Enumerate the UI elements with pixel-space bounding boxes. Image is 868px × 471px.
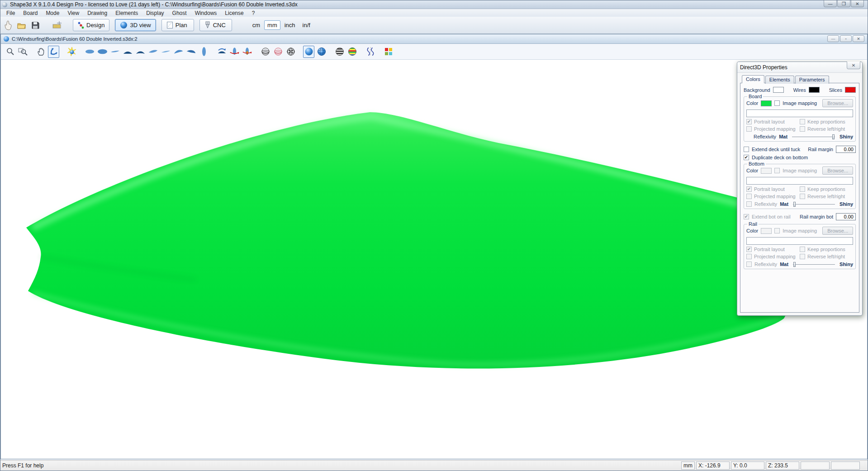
board-image-path-field[interactable]: [746, 109, 853, 117]
bottom-reflexivity-slider[interactable]: [793, 202, 835, 207]
mesh-sphere-icon[interactable]: [285, 46, 296, 58]
view-back-icon[interactable]: [135, 46, 146, 58]
wire-sphere-icon[interactable]: [260, 46, 271, 58]
rail-browse-button[interactable]: Browse...: [822, 227, 853, 235]
restore-button[interactable]: ❐: [837, 0, 850, 7]
rail-keep-checkbox[interactable]: [800, 247, 805, 252]
design-mode-button[interactable]: Design: [73, 19, 109, 31]
rail-margin-field[interactable]: [836, 146, 856, 153]
extend-deck-checkbox[interactable]: [744, 147, 749, 152]
light-icon[interactable]: [66, 46, 77, 58]
board-reflexivity-slider[interactable]: [792, 134, 835, 139]
menu-view[interactable]: View: [63, 9, 83, 17]
tab-parameters[interactable]: Parameters: [795, 76, 829, 84]
doc-close-button[interactable]: ✕: [853, 35, 864, 42]
rail-margin-bot-field[interactable]: [836, 213, 856, 220]
close-button[interactable]: ✕: [851, 0, 864, 7]
view-deck-icon[interactable]: [97, 46, 108, 58]
slider-thumb[interactable]: [832, 134, 835, 139]
view-3q-thin-icon[interactable]: [160, 46, 171, 58]
3d-view-mode-button[interactable]: 3D view: [115, 19, 156, 31]
colors-grid-icon[interactable]: [383, 46, 394, 58]
unit-inch[interactable]: inch: [281, 20, 299, 30]
open-folder-icon[interactable]: [16, 19, 28, 32]
view-rocker-icon[interactable]: [109, 46, 121, 58]
menu-license[interactable]: License: [221, 9, 247, 17]
board-reverse-checkbox[interactable]: [800, 126, 805, 132]
board-keep-checkbox[interactable]: [800, 119, 805, 124]
menu-windows[interactable]: Windows: [191, 9, 221, 17]
panel-title-bar[interactable]: Direct3D Properties ✕: [737, 62, 862, 73]
unit-mm[interactable]: mm: [264, 20, 280, 30]
pan-hand-icon[interactable]: [35, 46, 47, 58]
view-top-icon[interactable]: [84, 46, 95, 58]
bottom-color-swatch[interactable]: [761, 168, 772, 174]
doc-minimize-button[interactable]: —: [827, 35, 839, 42]
rainbow-sphere-icon[interactable]: [346, 46, 358, 58]
view-front-icon[interactable]: [122, 46, 133, 58]
duplicate-deck-checkbox[interactable]: [744, 155, 749, 160]
view-3q-right-icon[interactable]: [185, 46, 197, 58]
unit-inf[interactable]: in/f: [299, 20, 313, 30]
rotate-z-icon[interactable]: [229, 46, 240, 58]
bottom-image-path-field[interactable]: [746, 177, 853, 185]
board-projected-checkbox[interactable]: [746, 126, 752, 132]
menu-drawing[interactable]: Drawing: [83, 9, 111, 17]
view-3q-deck-icon[interactable]: [147, 46, 159, 58]
menu-elements[interactable]: Elements: [111, 9, 142, 17]
menu-file[interactable]: File: [2, 9, 19, 17]
background-color-swatch[interactable]: [773, 87, 784, 93]
status-resize-grip[interactable]: [861, 461, 866, 470]
rail-portrait-checkbox[interactable]: [746, 247, 752, 252]
view-nose-icon[interactable]: [198, 46, 209, 58]
slices-curves-icon[interactable]: [365, 46, 376, 58]
slider-thumb[interactable]: [793, 262, 796, 267]
flip-board-icon[interactable]: [216, 46, 228, 58]
rotate-step-icon[interactable]: [242, 46, 253, 58]
measurements-icon[interactable]: [51, 19, 63, 32]
rail-reverse-checkbox[interactable]: [800, 254, 805, 259]
tab-elements[interactable]: Elements: [765, 76, 794, 84]
bottom-keep-checkbox[interactable]: [800, 186, 805, 192]
doc-restore-button[interactable]: ▫: [840, 35, 852, 42]
board-image-mapping-checkbox[interactable]: [774, 100, 780, 106]
menu-mode[interactable]: Mode: [42, 9, 63, 17]
board-color-swatch[interactable]: [761, 100, 772, 106]
title-bar[interactable]: Shape3d X 9.1.0.4 Design Pro - licensed …: [0, 0, 868, 9]
bottom-reverse-checkbox[interactable]: [800, 194, 805, 199]
menu-board[interactable]: Board: [19, 9, 42, 17]
stripes-sphere-icon[interactable]: [334, 46, 345, 58]
zoom-window-icon[interactable]: [17, 46, 28, 58]
bottom-image-mapping-checkbox[interactable]: [774, 168, 780, 173]
texture-sphere-icon[interactable]: [316, 46, 327, 58]
pointer-hand-icon[interactable]: [2, 19, 14, 32]
bottom-projected-checkbox[interactable]: [746, 194, 752, 199]
solid-sphere-icon[interactable]: [303, 46, 314, 58]
cnc-mode-button[interactable]: CNC: [199, 19, 232, 31]
rail-color-swatch[interactable]: [761, 228, 772, 234]
menu-ghost[interactable]: Ghost: [168, 9, 191, 17]
slider-thumb[interactable]: [793, 202, 796, 207]
save-icon[interactable]: [29, 19, 41, 32]
rail-image-path-field[interactable]: [746, 237, 853, 245]
bottom-browse-button[interactable]: Browse...: [822, 167, 853, 175]
tab-colors[interactable]: Colors: [742, 75, 764, 83]
wires-color-swatch[interactable]: [809, 87, 820, 93]
view-3q-left-icon[interactable]: [173, 46, 184, 58]
zoom-icon[interactable]: [5, 46, 16, 58]
minimize-button[interactable]: —: [824, 0, 837, 7]
board-portrait-checkbox[interactable]: [746, 119, 752, 124]
rail-projected-checkbox[interactable]: [746, 254, 752, 259]
document-title-bar[interactable]: C:\Windsurfing\Boards\Fusion 60 Double I…: [1, 34, 867, 44]
plan-mode-button[interactable]: Plan: [161, 19, 194, 31]
bottom-portrait-checkbox[interactable]: [746, 186, 752, 192]
3d-viewport[interactable]: Direct3D Properties ✕ Colors Elements Pa…: [1, 60, 867, 459]
menu-display[interactable]: Display: [142, 9, 168, 17]
panel-close-button[interactable]: ✕: [847, 62, 860, 69]
rail-reflexivity-slider[interactable]: [793, 262, 835, 267]
menu-help[interactable]: ?: [248, 9, 259, 17]
wire-sphere-pink-icon[interactable]: [272, 46, 284, 58]
unit-cm[interactable]: cm: [249, 20, 263, 30]
rail-reflexivity-checkbox[interactable]: [746, 262, 752, 267]
extend-bot-checkbox[interactable]: [744, 214, 749, 219]
